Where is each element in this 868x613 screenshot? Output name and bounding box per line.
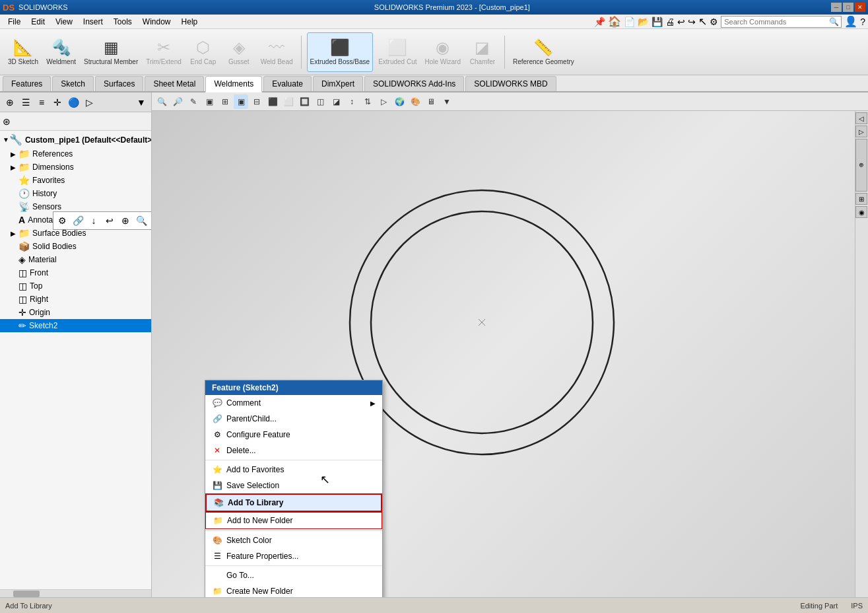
ctx-item-delete[interactable]: ✕ Delete...: [205, 443, 382, 458]
select-icon[interactable]: ↖: [698, 15, 707, 28]
ctx-item-add-library[interactable]: 📚 Add To Library: [205, 493, 382, 512]
tab-evaluate[interactable]: Evaluate: [263, 76, 312, 91]
tree-item-material[interactable]: ◈ Material: [0, 253, 151, 266]
minimize-btn[interactable]: ─: [831, 3, 842, 12]
right-panel-btn-1[interactable]: ◁: [855, 112, 867, 124]
panel-filter-icon[interactable]: ▼: [134, 95, 149, 110]
panel-btn-sphere[interactable]: 🔵: [66, 95, 81, 110]
tree-root[interactable]: ▼ 🔧 Custom_pipe1 (Default<<Default>_D: [0, 132, 151, 147]
toolbar-btn-chamfer[interactable]: ◪ Chamfer: [466, 32, 499, 72]
print-icon[interactable]: 🖨: [665, 17, 675, 27]
win-controls[interactable]: ─ □ ✕: [831, 3, 865, 12]
right-panel-btn-4[interactable]: ⊞: [855, 193, 867, 205]
mini-btn-1[interactable]: ⚙: [55, 213, 69, 228]
save-icon[interactable]: 💾: [651, 17, 663, 27]
view-btn-18[interactable]: 🖥: [424, 94, 438, 109]
mini-btn-3[interactable]: ↓: [86, 213, 101, 228]
panel-btn-add[interactable]: ✛: [50, 95, 65, 110]
view-btn-12[interactable]: ◪: [329, 94, 343, 109]
tree-scrollbar[interactable]: [0, 589, 151, 597]
view-btn-2[interactable]: 🔎: [170, 94, 185, 109]
view-btn-3[interactable]: ✎: [186, 94, 201, 109]
view-btn-14[interactable]: ⇅: [360, 94, 375, 109]
menu-view[interactable]: View: [50, 16, 78, 28]
ctx-item-add-favorites[interactable]: ⭐ Add to Favorites: [205, 462, 382, 478]
search-icon[interactable]: 🔍: [827, 17, 841, 26]
tree-item-dimensions[interactable]: ▶ 📁 Dimensions: [0, 161, 151, 174]
right-panel-btn-2[interactable]: ▷: [855, 126, 867, 137]
toolbar-btn-extruded-boss[interactable]: ⬛ Extruded Boss/Base: [307, 32, 374, 72]
tab-surfaces[interactable]: Surfaces: [95, 76, 143, 91]
redo-icon[interactable]: ↪: [688, 17, 696, 27]
panel-btn-expand[interactable]: ▷: [82, 95, 96, 110]
tab-features[interactable]: Features: [3, 76, 51, 91]
tree-item-favorites[interactable]: ⭐ Favorites: [0, 174, 151, 187]
tab-sketch[interactable]: Sketch: [52, 76, 94, 91]
ctx-item-feature-props[interactable]: ☰ Feature Properties...: [205, 548, 382, 564]
viewport[interactable]: 🔍 🔎 ✎ ▣ ⊞ ▣ ⊟ ⬛ ⬜ 🔲 ◫ ◪ ↕ ⇅ ▷ 🌍 🎨 🖥 ▼: [152, 92, 868, 597]
menu-help[interactable]: Help: [176, 16, 203, 28]
panel-btn-grid[interactable]: ≡: [34, 95, 49, 110]
view-btn-5[interactable]: ⊞: [218, 94, 232, 109]
view-btn-13[interactable]: ↕: [345, 94, 359, 109]
toolbar-btn-structural-member[interactable]: ▦ Structural Member: [81, 32, 141, 72]
help-icon[interactable]: ?: [860, 17, 865, 27]
toolbar-btn-end-cap[interactable]: ⬡ End Cap: [187, 32, 220, 72]
ctx-item-configure[interactable]: ⚙ Configure Feature: [205, 427, 382, 443]
rebuild-icon[interactable]: ⚙: [710, 17, 718, 27]
view-btn-4[interactable]: ▣: [202, 94, 217, 109]
view-btn-10[interactable]: 🔲: [297, 94, 312, 109]
tree-item-history[interactable]: 🕐 History: [0, 187, 151, 200]
tree-item-sketch2[interactable]: ✏ Sketch2: [0, 319, 151, 332]
ctx-item-go-to[interactable]: Go To...: [205, 567, 382, 583]
toolbar-btn-weldment[interactable]: 🔩 Weldment: [44, 32, 79, 72]
mini-btn-2[interactable]: 🔗: [71, 213, 85, 228]
search-input[interactable]: [721, 17, 827, 27]
panel-btn-list[interactable]: ☰: [18, 95, 33, 110]
tree-scroll-thumb[interactable]: [13, 591, 40, 597]
ctx-item-sketch-color[interactable]: 🎨 Sketch Color: [205, 532, 382, 548]
tab-solidworks-addins[interactable]: SOLIDWORKS Add-Ins: [364, 76, 464, 91]
tab-dimxpert[interactable]: DimXpert: [313, 76, 363, 91]
new-icon[interactable]: 📄: [624, 17, 635, 27]
right-panel-btn-3[interactable]: ⊕: [855, 139, 867, 192]
tree-item-top[interactable]: ◫ Top: [0, 279, 151, 293]
panel-btn-box-select[interactable]: ⊕: [3, 95, 17, 110]
tree-item-references[interactable]: ▶ 📁 References: [0, 147, 151, 161]
mini-btn-5[interactable]: ⊕: [118, 213, 133, 228]
menu-file[interactable]: File: [3, 16, 26, 28]
tree-item-origin[interactable]: ✛ Origin: [0, 306, 151, 319]
user-icon[interactable]: 👤: [844, 15, 857, 28]
menu-tools[interactable]: Tools: [108, 16, 137, 28]
ctx-item-parent-child[interactable]: 🔗 Parent/Child...: [205, 411, 382, 427]
ctx-item-save-selection[interactable]: 💾 Save Selection: [205, 478, 382, 493]
menu-insert[interactable]: Insert: [78, 16, 108, 28]
toolbar-btn-3d-sketch[interactable]: 📐 3D Sketch: [5, 32, 41, 72]
view-btn-11[interactable]: ◫: [313, 94, 327, 109]
maximize-btn[interactable]: □: [843, 3, 853, 12]
ctx-item-comment[interactable]: 💬 Comment ▶: [205, 395, 382, 411]
view-btn-16[interactable]: 🌍: [392, 94, 407, 109]
menu-edit[interactable]: Edit: [26, 16, 50, 28]
toolbar-btn-trim-extend[interactable]: ✂ Trim/Extend: [143, 32, 184, 72]
home-icon[interactable]: 🏠: [608, 15, 621, 28]
mini-btn-6[interactable]: 🔍: [134, 213, 149, 228]
tab-sheet-metal[interactable]: Sheet Metal: [145, 76, 204, 91]
tree-item-right[interactable]: ◫ Right: [0, 293, 151, 306]
mini-btn-4[interactable]: ↩: [102, 213, 117, 228]
tab-solidworks-mbd[interactable]: SOLIDWORKS MBD: [465, 76, 556, 91]
menu-window[interactable]: Window: [137, 16, 176, 28]
toolbar-btn-gusset[interactable]: ◈ Gusset: [222, 32, 255, 72]
tab-weldments[interactable]: Weldments: [205, 76, 262, 92]
ctx-item-add-new-folder[interactable]: 📁 Add to New Folder: [205, 512, 382, 529]
ctx-item-create-folder[interactable]: 📁 Create New Folder: [205, 583, 382, 597]
view-btn-15[interactable]: ▷: [376, 94, 391, 109]
undo-icon[interactable]: ↩: [677, 17, 685, 27]
view-btn-17[interactable]: 🎨: [408, 94, 422, 109]
view-btn-9[interactable]: ⬜: [281, 94, 296, 109]
close-btn[interactable]: ✕: [855, 3, 865, 12]
view-btn-7[interactable]: ⊟: [250, 94, 264, 109]
view-btn-1[interactable]: 🔍: [154, 94, 169, 109]
view-btn-8[interactable]: ⬛: [265, 94, 280, 109]
view-btn-19[interactable]: ▼: [440, 94, 454, 109]
